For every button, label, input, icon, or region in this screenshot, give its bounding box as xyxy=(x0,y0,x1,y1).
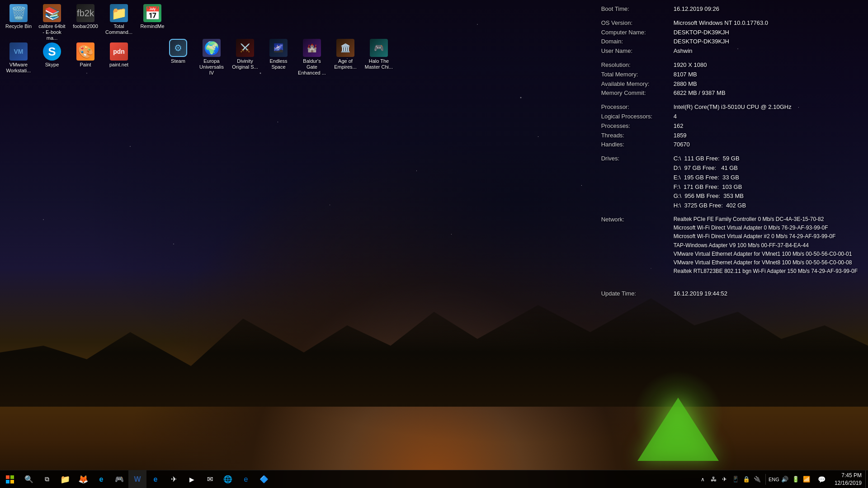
mail-taskbar-button[interactable]: ✉ xyxy=(201,470,219,488)
tray-usb-icon[interactable]: 🔌 xyxy=(753,475,762,484)
total-commander-img: 📁 xyxy=(110,4,128,22)
remindme-label: RemindMe xyxy=(140,23,164,29)
app4-taskbar-button[interactable]: 🔷 xyxy=(255,470,273,488)
desktop-icons-row2: VM VMware Workstati... S Skype 🎨 Paint p… xyxy=(2,41,135,75)
boot-time-label: Boot Time: xyxy=(601,5,674,14)
divinity-icon[interactable]: ⚔️ Divinity Original S... xyxy=(229,37,261,78)
file-explorer-taskbar-button[interactable]: 📁 xyxy=(56,470,74,488)
europa-img: 🌍 xyxy=(203,39,221,57)
threads-value: 1859 xyxy=(674,131,861,141)
tray-volume-icon[interactable]: 🔊 xyxy=(780,475,789,484)
drives-values: C:\ 111 GB Free: 59 GB D:\ 97 GB Free: 4… xyxy=(674,154,861,211)
paint-icon[interactable]: 🎨 Paint xyxy=(69,41,102,75)
skype-label: Skype xyxy=(45,62,59,68)
steam-img: ⚙ xyxy=(169,39,187,57)
age-of-empires-icon[interactable]: 🏛️ Age of Empires... xyxy=(329,37,362,78)
taskbar: 🔍 ⧉ 📁 🦊 e 🎮 W e ✈ ▶ ✉ 🌐 e 🔷 ∧ 🖧 ✈ 📱 🔒 🔌 … xyxy=(0,470,868,488)
recycle-bin-icon[interactable]: 🗑️ Recycle Bin xyxy=(2,2,35,43)
windows-logo-icon xyxy=(6,475,14,483)
tray-telegram-icon[interactable]: ✈ xyxy=(720,475,729,484)
os-version-label: OS Version: xyxy=(601,19,674,28)
computer-name-label: Computer Name: xyxy=(601,28,674,38)
foobar-icon[interactable]: fb2k foobar2000 xyxy=(69,2,102,43)
processes-label: Processes: xyxy=(601,122,674,131)
telegram-taskbar-button[interactable]: ✈ xyxy=(165,470,183,488)
firefox-taskbar-button[interactable]: 🦊 xyxy=(74,470,92,488)
calibre-icon[interactable]: 📚 calibre 64bit - E-book ma... xyxy=(36,2,68,43)
os-version-value: Microsoft Windows NT 10.0.17763.0 xyxy=(674,19,861,28)
media-player-taskbar-button[interactable]: ▶ xyxy=(183,470,201,488)
drives-label: Drives: xyxy=(601,154,674,211)
paintnet-img: pdn xyxy=(110,42,128,61)
memory-commit-value: 6822 MB / 9387 MB xyxy=(674,89,861,98)
vmware-icon[interactable]: VM VMware Workstati... xyxy=(2,41,35,75)
handles-value: 70670 xyxy=(674,140,861,150)
browser2-taskbar-button[interactable]: 🌐 xyxy=(219,470,237,488)
tray-network-icon[interactable]: 🖧 xyxy=(709,475,718,484)
steam-icon[interactable]: ⚙ Steam xyxy=(162,37,194,78)
edge-taskbar-button[interactable]: e xyxy=(146,470,165,488)
boot-time-value: 16.12.2019 09:26 xyxy=(674,5,861,14)
europa-label: Europa Universalis IV xyxy=(197,58,226,76)
clock-date: 12/16/2019 xyxy=(835,479,862,487)
word-taskbar-button[interactable]: W xyxy=(128,470,146,488)
total-commander-label: Total Command... xyxy=(104,23,133,35)
logical-processors-label: Logical Processors: xyxy=(601,112,674,122)
domain-value: DESKTOP-DK39KJH xyxy=(674,37,861,47)
ie-taskbar-button[interactable]: e xyxy=(92,470,110,488)
halo-icon[interactable]: 🎮 Halo The Master Chi... xyxy=(363,37,395,78)
skype-img: S xyxy=(43,42,61,61)
paint-img: 🎨 xyxy=(76,42,94,61)
skype-icon[interactable]: S Skype xyxy=(36,41,68,75)
system-tray: ∧ 🖧 ✈ 📱 🔒 🔌 ENG 🔊 🔋 📶 xyxy=(697,470,813,488)
halo-label: Halo The Master Chi... xyxy=(364,58,393,70)
network-values: Realtek PCIe FE Family Controller 0 Mb/s… xyxy=(674,215,861,276)
available-memory-label: Available Memory: xyxy=(601,80,674,89)
svg-rect-3 xyxy=(10,480,14,483)
available-memory-value: 2880 MB xyxy=(674,80,861,89)
processor-value: Intel(R) Core(TM) i3-5010U CPU @ 2.10GHz xyxy=(674,103,861,112)
tray-keyboard-icon[interactable]: ENG xyxy=(769,475,778,484)
processes-value: 162 xyxy=(674,122,861,131)
desktop-icons-top-row: 🗑️ Recycle Bin 📚 calibre 64bit - E-book … xyxy=(2,2,169,43)
tray-separator xyxy=(765,474,766,485)
taskbar-clock[interactable]: 7:45 PM 12/16/2019 xyxy=(831,470,865,488)
baldurs-gate-icon[interactable]: 🏰 Baldur's Gate Enhanced ... xyxy=(296,37,328,78)
show-desktop-button[interactable] xyxy=(865,470,868,488)
update-time-value: 16.12.2019 19:44:52 xyxy=(674,289,861,299)
tray-app2-icon[interactable]: 🔒 xyxy=(742,475,751,484)
action-center-button[interactable]: 💬 xyxy=(813,470,831,488)
resolution-label: Resolution: xyxy=(601,61,674,70)
edge-new-taskbar-button[interactable]: e xyxy=(237,470,255,488)
foobar-label: foobar2000 xyxy=(73,23,98,29)
app3-taskbar-button[interactable]: 🎮 xyxy=(110,470,128,488)
europa-icon[interactable]: 🌍 Europa Universalis IV xyxy=(195,37,228,78)
domain-label: Domain: xyxy=(601,37,674,47)
taskbar-search-button[interactable]: 🔍 xyxy=(20,470,38,488)
endless-space-img: 🌌 xyxy=(269,39,288,57)
recycle-bin-img: 🗑️ xyxy=(9,4,28,22)
processor-label: Processor: xyxy=(601,103,674,112)
tray-battery-icon[interactable]: 🔋 xyxy=(791,475,800,484)
recycle-bin-label: Recycle Bin xyxy=(5,23,32,29)
foobar-img: fb2k xyxy=(76,4,94,22)
halo-img: 🎮 xyxy=(370,39,388,57)
paintnet-icon[interactable]: pdn paint.net xyxy=(103,41,135,75)
endless-space-label: Endless Space xyxy=(264,58,293,70)
handles-label: Handles: xyxy=(601,140,674,150)
memory-commit-label: Memory Commit: xyxy=(601,89,674,98)
tray-show-hidden-button[interactable]: ∧ xyxy=(698,475,708,484)
tray-app1-icon[interactable]: 📱 xyxy=(731,475,740,484)
remindme-img: 📅 xyxy=(143,4,161,22)
total-memory-value: 8107 MB xyxy=(674,70,861,80)
calibre-img: 📚 xyxy=(43,4,61,22)
start-button[interactable] xyxy=(0,470,20,488)
computer-name-value: DESKTOP-DK39KJH xyxy=(674,28,861,38)
task-view-button[interactable]: ⧉ xyxy=(38,470,56,488)
tent-shape xyxy=(637,393,719,461)
total-commander-icon[interactable]: 📁 Total Command... xyxy=(103,2,135,43)
user-name-label: User Name: xyxy=(601,47,674,56)
endless-space-icon[interactable]: 🌌 Endless Space xyxy=(262,37,295,78)
logical-processors-value: 4 xyxy=(674,112,861,122)
tray-network2-icon[interactable]: 📶 xyxy=(802,475,811,484)
